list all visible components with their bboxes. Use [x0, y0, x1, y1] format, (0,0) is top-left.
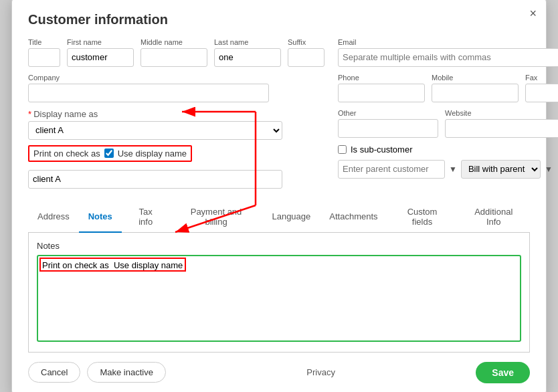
save-button[interactable]: Save: [476, 362, 530, 383]
fax-input[interactable]: [525, 84, 558, 102]
display-name-label: * Display name as: [28, 109, 324, 119]
notes-textarea-wrapper: Print on check as Use display name Print…: [37, 255, 521, 344]
print-on-check-label: Print on check as: [33, 149, 100, 159]
tab-language[interactable]: Language: [262, 202, 320, 233]
other-label: Other: [338, 109, 438, 117]
tabs-bar: Address Notes Tax info Payment and billi…: [28, 202, 530, 233]
tab-additional-info[interactable]: Additional Info: [458, 202, 531, 233]
close-button[interactable]: ×: [529, 7, 537, 21]
use-display-name-checkbox[interactable]: [104, 149, 114, 158]
mobile-label: Mobile: [432, 74, 519, 82]
lastname-field-group: Last name: [214, 38, 281, 67]
tab-content-notes: Notes Print on check as Use display name…: [28, 233, 530, 353]
print-on-check-input[interactable]: [28, 170, 282, 189]
footer-left-actions: Cancel Make inactive: [28, 362, 166, 383]
tab-tax-info[interactable]: Tax info: [122, 202, 170, 233]
email-input[interactable]: [338, 48, 558, 67]
email-label: Email: [338, 38, 558, 46]
website-label: Website: [445, 109, 558, 117]
email-field-group: Email: [338, 38, 558, 67]
display-name-select[interactable]: client A: [28, 121, 282, 140]
notes-section-label: Notes: [37, 241, 521, 251]
tab-payment-billing[interactable]: Payment and billing: [170, 202, 263, 233]
suffix-input[interactable]: [288, 48, 324, 67]
firstname-field-group: First name: [67, 38, 134, 67]
middlename-label: Middle name: [141, 38, 207, 46]
notes-textarea[interactable]: Print on check as Use display name: [37, 255, 521, 342]
mobile-input[interactable]: [432, 84, 519, 102]
company-input[interactable]: [28, 84, 269, 102]
firstname-input[interactable]: [67, 48, 134, 67]
print-on-check-row: Print on check as Use display name: [28, 145, 192, 162]
middlename-field-group: Middle name: [141, 38, 207, 67]
parent-customer-input[interactable]: [338, 160, 445, 179]
fax-label: Fax: [525, 74, 558, 82]
sub-customer-label: Is sub-customer: [351, 144, 412, 155]
middlename-input[interactable]: [141, 48, 207, 67]
cancel-button[interactable]: Cancel: [28, 362, 80, 383]
bill-with-parent-select[interactable]: Bill with parent: [461, 160, 541, 179]
title-field-group: Title: [28, 38, 60, 67]
other-input[interactable]: [338, 119, 438, 138]
suffix-field-group: Suffix: [288, 38, 324, 67]
website-input[interactable]: [445, 119, 558, 138]
make-inactive-button[interactable]: Make inactive: [87, 362, 165, 383]
company-label: Company: [28, 74, 324, 82]
tab-custom-fields[interactable]: Custom fields: [387, 202, 458, 233]
phone-input[interactable]: [338, 84, 425, 102]
mobile-field-group: Mobile: [432, 74, 519, 102]
privacy-link[interactable]: Privacy: [306, 367, 335, 377]
phone-field-group: Phone: [338, 74, 425, 102]
sub-customer-checkbox[interactable]: [338, 145, 347, 154]
tab-attachments[interactable]: Attachments: [320, 202, 387, 233]
sub-customer-row: Is sub-customer: [338, 144, 558, 155]
suffix-label: Suffix: [288, 38, 324, 46]
lastname-input[interactable]: [214, 48, 281, 67]
tab-notes[interactable]: Notes: [79, 202, 122, 233]
phone-label: Phone: [338, 74, 425, 82]
fax-field-group: Fax: [525, 74, 558, 102]
tab-address[interactable]: Address: [28, 202, 79, 233]
firstname-label: First name: [67, 38, 134, 46]
other-field-group: Other: [338, 109, 438, 138]
lastname-label: Last name: [214, 38, 281, 46]
display-name-field-group: * Display name as client A: [28, 109, 324, 140]
website-field-group: Website: [445, 109, 558, 138]
title-input[interactable]: [28, 48, 60, 67]
company-field-group: Company: [28, 74, 324, 102]
customer-dialog: Customer information × Title First name …: [11, 0, 547, 392]
use-display-name-label: Use display name: [118, 149, 187, 159]
title-label: Title: [28, 38, 60, 46]
parent-customer-row: ▼ Bill with parent ▼: [338, 160, 558, 179]
dialog-footer: Cancel Make inactive Privacy Save: [28, 362, 530, 383]
dialog-title: Customer information: [28, 12, 530, 27]
